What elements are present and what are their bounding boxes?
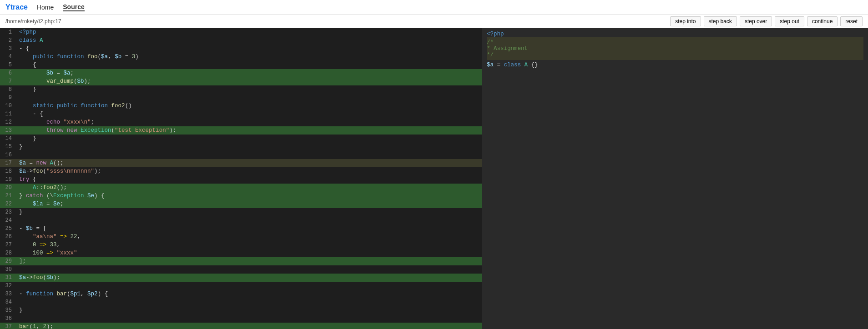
table-row: 15 }	[0, 143, 482, 151]
table-row: 33 - function bar($p1, $p2) {	[0, 290, 482, 298]
table-row: 5 {	[0, 61, 482, 69]
step-out-button[interactable]: step out	[775, 16, 804, 26]
table-row: 4 public function foo($a, $b = 3)	[0, 53, 482, 61]
right-panel[interactable]: <?php /* * Assignment */ $a = class A {}	[482, 28, 868, 329]
code-table: 1 <?php 2 class A 3 - { 4 public functio…	[0, 28, 482, 329]
table-row: 21 } catch (\Exception $e) {	[0, 192, 482, 200]
code-panel[interactable]: 1 <?php 2 class A 3 - { 4 public functio…	[0, 28, 482, 329]
table-row: 2 class A	[0, 36, 482, 45]
table-row: 26 "aa\na" => 22,	[0, 233, 482, 241]
continue-button[interactable]: continue	[807, 16, 838, 26]
toolbar-buttons: step into step back step over step out c…	[670, 16, 863, 26]
navbar: Ytrace Home Source	[0, 0, 868, 15]
step-into-button[interactable]: step into	[670, 16, 701, 26]
table-row: 35 }	[0, 306, 482, 314]
table-row: 37 bar(1, 2);	[0, 323, 482, 329]
table-row: 19 try {	[0, 175, 482, 184]
right-comment-block: /* * Assignment */	[487, 37, 863, 60]
right-code-line: $a = class A {}	[487, 62, 863, 68]
table-row: 17 $a = new A();	[0, 159, 482, 167]
table-row: 34	[0, 298, 482, 306]
table-row: 6 $b = $a;	[0, 69, 482, 77]
table-row: 12 echo "xxxx\n";	[0, 118, 482, 126]
table-row: 11 - {	[0, 110, 482, 118]
right-comment-label: * Assignment	[487, 45, 863, 52]
table-row: 20 A::foo2();	[0, 184, 482, 192]
table-row: 9	[0, 94, 482, 102]
reset-button[interactable]: reset	[840, 16, 863, 26]
table-row: 13 throw new Exception("test Exception")…	[0, 126, 482, 135]
step-back-button[interactable]: step back	[704, 16, 737, 26]
table-row: 25 - $b = [	[0, 224, 482, 233]
main-layout: 1 <?php 2 class A 3 - { 4 public functio…	[0, 28, 868, 329]
table-row: 22 $la = $e;	[0, 200, 482, 208]
table-row: 18 $a->foo("ssss\nnnnnnn");	[0, 167, 482, 175]
filepath: /home/rokety/t2.php:17	[5, 18, 61, 25]
nav-brand[interactable]: Ytrace	[5, 3, 28, 11]
table-row: 10 static public function foo2()	[0, 102, 482, 110]
table-row: 30	[0, 265, 482, 274]
right-comment-close: */	[487, 52, 863, 58]
table-row: 31 $a->foo($b);	[0, 274, 482, 282]
table-row: 1 <?php	[0, 28, 482, 36]
table-row: 32	[0, 282, 482, 290]
nav-home[interactable]: Home	[37, 4, 54, 11]
table-row: 7 var_dump($b);	[0, 77, 482, 85]
step-over-button[interactable]: step over	[740, 16, 772, 26]
table-row: 3 - {	[0, 45, 482, 53]
right-comment-open: /*	[487, 39, 863, 45]
table-row: 23 }	[0, 208, 482, 216]
table-row: 16	[0, 151, 482, 159]
table-row: 8 }	[0, 85, 482, 94]
table-row: 14 }	[0, 135, 482, 143]
table-row: 29 ];	[0, 257, 482, 265]
table-row: 24	[0, 216, 482, 224]
table-row: 27 0 => 33,	[0, 241, 482, 249]
nav-source[interactable]: Source	[63, 3, 84, 11]
table-row: 36	[0, 314, 482, 323]
toolbar: /home/rokety/t2.php:17 step into step ba…	[0, 15, 868, 28]
right-php-tag: <?php	[487, 31, 863, 37]
table-row: 28 100 => "xxxx"	[0, 249, 482, 257]
